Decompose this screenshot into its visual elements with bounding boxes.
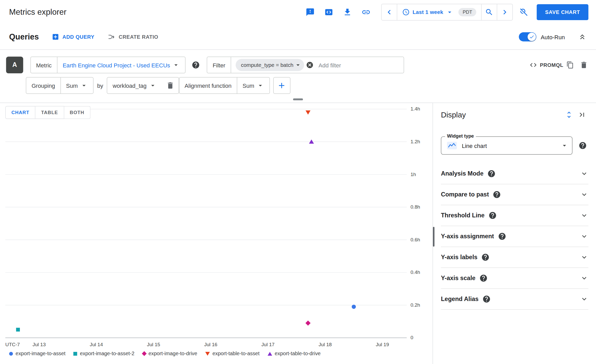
display-section-legend-alias[interactable]: Legend Alias — [441, 289, 588, 310]
display-section-y-axis-scale[interactable]: Y-axis scale — [441, 268, 588, 289]
download-button[interactable] — [340, 5, 355, 20]
query-letter-badge: A — [6, 57, 23, 73]
auto-run-label: Auto-Run — [541, 34, 565, 40]
display-section-title: Y-axis assignment — [441, 233, 494, 240]
delete-grouping-button[interactable] — [163, 79, 177, 92]
legend-item[interactable]: export-table-to-drive — [268, 351, 321, 357]
zoom-in-button[interactable] — [482, 4, 497, 20]
legend-item[interactable]: export-table-to-asset — [205, 351, 260, 357]
legend-marker-circle — [9, 352, 13, 355]
help-icon[interactable] — [493, 190, 501, 199]
help-icon[interactable] — [482, 295, 491, 303]
collapse-right-icon — [578, 110, 586, 119]
time-forward-button[interactable] — [497, 4, 513, 20]
promql-label: PROMQL — [540, 62, 563, 68]
create-ratio-label: CREATE RATIO — [119, 34, 158, 40]
remove-filter-button[interactable] — [306, 61, 313, 69]
main-content: 00.2h0.4h0.6h0.8h1h1.2h1.4hJul 13Jul 14J… — [0, 103, 596, 364]
legend-label: export-image-to-asset — [15, 351, 65, 357]
help-icon[interactable] — [481, 253, 490, 261]
grouping-selector[interactable]: Sum — [61, 77, 93, 93]
marker-export-image-to-asset[interactable] — [352, 305, 356, 309]
save-chart-button[interactable]: SAVE CHART — [537, 4, 589, 20]
delete-query-button[interactable] — [577, 58, 591, 72]
chart-panel: 00.2h0.4h0.6h0.8h1h1.2h1.4hJul 13Jul 14J… — [0, 103, 433, 364]
duplicate-query-button[interactable] — [563, 58, 577, 72]
promql-button[interactable]: PROMQL — [530, 61, 563, 69]
display-section-analysis-mode[interactable]: Analysis Mode — [441, 163, 588, 184]
chevron-left-icon — [385, 7, 394, 17]
caret-down-icon — [256, 82, 264, 89]
collapse-queries-button[interactable] — [575, 29, 590, 44]
chevron-down-icon[interactable] — [580, 211, 588, 219]
chevron-down-icon[interactable] — [580, 274, 588, 282]
widget-type-select[interactable]: Widget type Line chart — [441, 136, 572, 155]
trash-icon — [166, 81, 174, 90]
help-icon[interactable] — [479, 274, 488, 282]
time-back-button[interactable] — [382, 4, 397, 20]
chevron-right-icon — [500, 7, 509, 17]
timezone-chip[interactable]: PDT — [459, 8, 476, 16]
tab-both[interactable]: BOTH — [64, 106, 90, 119]
chevron-down-icon[interactable] — [580, 295, 588, 303]
chart-view-tabs: CHART TABLE BOTH — [5, 106, 90, 119]
tab-chart[interactable]: CHART — [5, 106, 36, 119]
time-range-label: Last 1 week — [413, 9, 443, 15]
legend-label: export-image-to-drive — [148, 351, 197, 357]
caret-down-icon — [172, 61, 180, 69]
create-ratio-button[interactable]: CREATE RATIO — [108, 33, 158, 41]
add-processing-step-button[interactable] — [273, 77, 290, 94]
download-icon — [343, 7, 352, 17]
auto-run-toggle[interactable] — [519, 32, 536, 41]
grouping-label: Grouping — [26, 77, 60, 93]
metrics-explorer-page: Metrics explorer Last 1 week PDT — [0, 0, 596, 364]
metric-selector[interactable]: Earth Engine Cloud Project - Used EECUs — [57, 57, 185, 73]
chevron-down-icon[interactable] — [580, 253, 588, 261]
help-icon[interactable] — [488, 211, 497, 219]
display-section-title: Y-axis labels — [441, 254, 477, 260]
group-by-selector[interactable]: workload_tag — [107, 77, 162, 93]
legend-item[interactable]: export-image-to-drive — [142, 351, 197, 357]
display-section-y-axis-assignment[interactable]: Y-axis assignment — [441, 226, 588, 247]
marker-export-table-to-drive[interactable] — [309, 139, 314, 144]
display-title: Display — [441, 110, 466, 119]
legend-item[interactable]: export-image-to-asset-2 — [74, 351, 135, 357]
add-filter-input[interactable] — [318, 62, 400, 68]
disable-zoom-button[interactable] — [516, 5, 531, 20]
chevron-down-icon[interactable] — [580, 169, 588, 178]
help-icon[interactable] — [487, 169, 496, 178]
marker-export-image-to-asset-2[interactable] — [16, 328, 20, 332]
display-section-threshold-line[interactable]: Threshold Line — [441, 205, 588, 226]
share-link-button[interactable] — [359, 5, 374, 20]
time-range-selector[interactable]: Last 1 week PDT — [397, 8, 481, 16]
legend-item[interactable]: export-image-to-asset — [9, 351, 65, 357]
marker-export-table-to-asset[interactable] — [305, 110, 310, 115]
tab-table[interactable]: TABLE — [35, 106, 64, 119]
add-box-icon — [52, 33, 59, 41]
filter-chip[interactable]: compute_type = batch — [236, 59, 304, 71]
top-toolbar: Metrics explorer Last 1 week PDT — [0, 0, 596, 24]
help-icon[interactable] — [498, 232, 506, 240]
chevron-down-icon[interactable] — [580, 232, 588, 240]
panel-scrollbar[interactable] — [433, 227, 435, 247]
metric-help-button[interactable] — [190, 59, 202, 71]
filter-control: Filter compute_type = batch — [207, 57, 404, 73]
query-editor-button[interactable] — [321, 5, 336, 20]
collapse-panel-button[interactable] — [576, 108, 589, 121]
display-section-y-axis-labels[interactable]: Y-axis labels — [441, 247, 588, 268]
add-query-button[interactable]: ADD QUERY — [52, 33, 95, 41]
metric-value: Earth Engine Cloud Project - Used EECUs — [63, 62, 170, 68]
display-section-compare-to-past[interactable]: Compare to past — [441, 184, 588, 205]
widget-type-help-button[interactable] — [577, 140, 588, 151]
check-icon — [529, 34, 534, 39]
alignment-selector[interactable]: Sum — [237, 77, 270, 93]
resize-handle[interactable] — [293, 98, 303, 100]
toolbar-actions: Last 1 week PDT SAVE CHART — [303, 4, 588, 21]
group-by-value: workload_tag — [113, 82, 146, 89]
expand-sections-button[interactable] — [562, 108, 575, 121]
feedback-button[interactable] — [303, 5, 318, 20]
auto-run-group: Auto-Run — [519, 29, 590, 44]
marker-export-image-to-drive[interactable] — [305, 321, 311, 326]
scatter-plot[interactable] — [0, 103, 433, 364]
chevron-down-icon[interactable] — [580, 190, 588, 199]
